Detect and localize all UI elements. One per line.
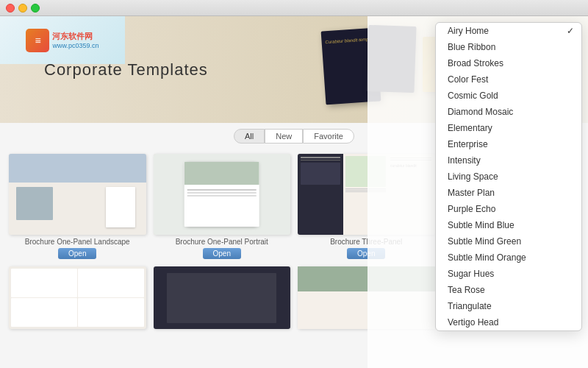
titlebar-buttons [6, 4, 40, 13]
dropdown-item[interactable]: Tea Rose [436, 282, 581, 298]
template-thumb-r2-1[interactable] [154, 266, 291, 329]
thumb-landscape-vis [9, 154, 146, 235]
main-content: ≡ 河东软件网 www.pc0359.cn 🔍 Corporate Templa… [0, 16, 588, 368]
template-open-btn-0[interactable]: Open [58, 248, 96, 259]
dropdown-item[interactable]: Vertigo Head [436, 314, 581, 330]
dropdown-item[interactable]: Cosmic Gold [436, 88, 581, 104]
dropdown-item[interactable]: Enterprise [436, 136, 581, 152]
filter-tab-new[interactable]: New [265, 129, 303, 144]
dropdown-item[interactable]: Elementary [436, 120, 581, 136]
dropdown-item[interactable]: Subtle Mind Green [436, 233, 581, 250]
template-name-0: Brochure One-Panel Landscape [25, 238, 130, 246]
dropdown-item[interactable]: Master Plan [436, 185, 581, 201]
template-open-btn-1[interactable]: Open [203, 248, 241, 259]
minimize-button[interactable] [18, 4, 27, 13]
dropdown-item[interactable]: Subtle Mind Orange [436, 250, 581, 266]
watermark-site-bottom: www.pc0359.cn [52, 42, 98, 49]
dropdown-item[interactable]: Airy Home [436, 23, 581, 39]
dropdown-item[interactable]: Intensity [436, 152, 581, 169]
watermark-site-top: 河东软件网 [52, 31, 98, 42]
template-item-1: Brochure One-Panel Portrait Open [154, 154, 291, 259]
filter-tab-all[interactable]: All [234, 129, 265, 144]
close-button[interactable] [6, 4, 15, 13]
dropdown-item[interactable]: Blue Ribbon [436, 39, 581, 55]
dropdown-item[interactable]: Diamond Mosaic [436, 104, 581, 120]
watermark-logo: ≡ [26, 29, 49, 52]
watermark: ≡ 河东软件网 www.pc0359.cn [0, 16, 125, 64]
dropdown-item[interactable]: Living Space [436, 169, 581, 185]
dropdown-item[interactable]: Purple Echo [436, 201, 581, 217]
thumb-portrait-vis [154, 154, 291, 235]
dropdown-item[interactable]: Triangulate [436, 298, 581, 314]
dropdown-menu: Airy HomeBlue RibbonBroad StrokesColor F… [435, 22, 582, 331]
template-thumb-r2-0[interactable] [9, 266, 146, 329]
template-item-0: Brochure One-Panel Landscape Open [9, 154, 146, 259]
titlebar [0, 0, 588, 16]
dropdown-item[interactable]: Sugar Hues [436, 266, 581, 282]
filter-tab-favorite[interactable]: Favorite [303, 129, 354, 144]
template-name-1: Brochure One-Panel Portrait [176, 238, 268, 246]
template-thumb-0[interactable] [9, 154, 146, 235]
dropdown-item[interactable]: Broad Strokes [436, 55, 581, 71]
dropdown-item[interactable]: Color Fest [436, 71, 581, 88]
template-thumb-1[interactable] [154, 154, 291, 235]
maximize-button[interactable] [31, 4, 40, 13]
dropdown-item[interactable]: Subtle Mind Blue [436, 217, 581, 233]
